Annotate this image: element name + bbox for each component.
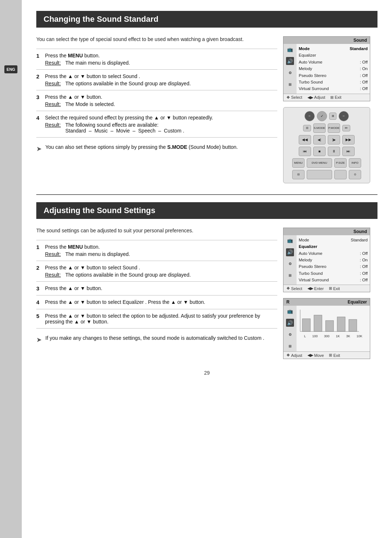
remote-btn-pmode[interactable]: P.MODE <box>328 123 340 133</box>
osd-icons: 📺 🔊 ⚙ ⊞ <box>283 44 297 94</box>
osd-row-label: Turbo Sound <box>299 79 323 85</box>
step-number: 3 <box>36 90 45 111</box>
osd-row: Pseudo Stereo : Off <box>299 263 368 270</box>
main-content: Changing the Sound Standard You can sele… <box>22 0 392 538</box>
step-content: Press the ▲ or ▼ button to select Sound … <box>45 70 277 90</box>
eq-labels: L 100 300 1K 3K 10K <box>299 334 368 338</box>
adjust-label: Adjust <box>314 95 326 99</box>
menu-icon-more: ⊞ <box>286 80 294 88</box>
osd-row: Mode Standard <box>299 237 368 243</box>
exit-label: Exit <box>335 95 341 99</box>
osd-row: Turbo Sound : Off <box>299 270 368 277</box>
remote-btn-rew[interactable]: ◀◀ <box>299 135 311 144</box>
remote-btn-menu[interactable]: MENU <box>292 158 305 168</box>
result-text: The main menu is displayed. <box>65 251 130 257</box>
osd-row-value: : Off <box>360 277 368 283</box>
result-text: The following sound effects are availabl… <box>65 122 184 134</box>
remote-bottom-row: ⊟ ⊙ <box>292 170 361 179</box>
remote-btn-nav-right[interactable]: |▶ <box>328 135 340 144</box>
section2-title: Adjusting the Sound Settings <box>36 202 377 219</box>
remote-btn-pencil[interactable]: ✏ <box>342 125 350 131</box>
eq-header: R Equalizer <box>283 298 370 306</box>
remote-btn-smode[interactable]: S.MODE <box>313 123 326 133</box>
step-number: 2 <box>36 70 45 90</box>
result-label: Result: <box>45 60 62 66</box>
remote-btn-minus[interactable]: − <box>305 111 315 121</box>
section2-right: Sound 📺 🔊 ⚙ ⊞ Mode Standard <box>283 228 377 359</box>
remote-btn-dvdmenu[interactable]: DVD MENU <box>307 158 332 168</box>
table-row: 4 Press the ▲ or ▼ button to select Equa… <box>36 295 277 309</box>
adjust-icon: ❖ <box>286 353 290 358</box>
osd-row: Equalizer <box>299 52 368 58</box>
osd-row-value: : On <box>360 65 368 72</box>
osd-row-label: Mode <box>299 237 309 243</box>
section2: Adjusting the Sound Settings The sound s… <box>36 202 377 359</box>
enter-label: Enter <box>314 286 324 291</box>
remote-btn-bottom3[interactable] <box>334 170 347 179</box>
osd-row-label: Equalizer <box>299 243 317 250</box>
eq-icons: 📺 🔊 ⚙ ⊞ <box>283 306 297 351</box>
sidebar: ENG <box>0 0 22 538</box>
menu-icon-tv: 📺 <box>286 237 294 245</box>
step-content: Press the ▲ or ▼ button. <box>45 281 277 295</box>
step-number: 4 <box>36 111 45 138</box>
menu-icon-sound: 🔊 <box>286 248 294 256</box>
remote-mode-row: ⊟ S.MODE P.MODE ✏ <box>303 123 350 133</box>
exit-icon: ⊞ <box>329 353 332 358</box>
osd-row-label: Auto Volume <box>299 59 322 65</box>
remote-btn-bottom2[interactable] <box>307 170 332 179</box>
remote-btn-small1[interactable]: ⊞ <box>329 113 336 120</box>
remote-btn-psize[interactable]: P.SIZE <box>334 158 347 168</box>
osd-body: 📺 🔊 ⚙ ⊞ Mode Standard Equalizer <box>283 44 370 94</box>
remote-btn-next[interactable]: ⏭ <box>342 147 355 156</box>
result-label: Result: <box>45 101 62 107</box>
remote-btn-check[interactable]: ✓ <box>317 111 327 121</box>
svg-rect-3 <box>337 317 345 331</box>
section-divider <box>36 194 377 195</box>
remote-btn-nav-left[interactable]: ◀| <box>313 135 326 144</box>
remote-btn-stop[interactable]: ■ <box>313 147 326 156</box>
step-content: Select the required sound effect by pres… <box>45 111 277 138</box>
remote-btn-bottom4[interactable]: ⊙ <box>349 170 361 179</box>
table-row: 3 Press the ▲ or ▼ button. Result: The M… <box>36 90 277 111</box>
section1-left: You can select the type of special sound… <box>36 36 277 183</box>
remote-btn-dash[interactable]: − <box>339 111 349 121</box>
remote-btn-prev[interactable]: ⏮ <box>299 147 311 156</box>
eq-chart-svg <box>299 308 360 333</box>
osd-row: Auto Volume : Off <box>299 59 368 65</box>
osd-header: Sound <box>283 37 370 44</box>
eq-icon-tv: 📺 <box>286 307 294 315</box>
step-content: Press the ▲ or ▼ button to select Sound … <box>45 261 277 281</box>
osd-row-value: : Off <box>360 59 368 65</box>
footer-select: ❖ Select <box>286 95 302 100</box>
note-arrow-icon: ➤ <box>36 145 42 153</box>
remote-menu-row: MENU DVD MENU P.SIZE INFO <box>292 158 361 168</box>
step-content: Press the ▲ or ▼ button. Result: The Mod… <box>45 90 277 111</box>
osd-row: Pseudo Stereo : Off <box>299 72 368 79</box>
svg-rect-4 <box>349 319 357 331</box>
osd-row: Mode Standard <box>299 45 368 52</box>
footer-exit: ⊞ Exit <box>329 353 340 358</box>
result-label: Result: <box>45 272 62 278</box>
osd-row-label: Turbo Sound <box>299 270 323 277</box>
select-label: Select <box>291 95 302 99</box>
table-row: 3 Press the ▲ or ▼ button. <box>36 281 277 295</box>
osd-row-label: Pseudo Stereo <box>299 263 326 270</box>
osd-row-value: : Off <box>360 72 368 79</box>
eq-label-10k: 10K <box>356 334 362 338</box>
remote-btn-bottom1[interactable]: ⊟ <box>292 170 305 179</box>
osd-row-value: : Off <box>360 270 368 277</box>
select-icon: ❖ <box>286 95 290 100</box>
step-content: Press the ▲ or ▼ button to select the op… <box>45 309 277 328</box>
remote-btn-box[interactable]: ⊟ <box>303 125 311 131</box>
footer-adjust: ❖ Adjust <box>286 353 302 358</box>
osd-header: Sound <box>283 228 370 235</box>
osd-row: Virtual Surround : Off <box>299 277 368 283</box>
step-content: Press the ▲ or ▼ button to select Equali… <box>45 295 277 309</box>
remote-nav-row: ◀◀ ◀| |▶ ▶▶ <box>299 135 355 144</box>
remote-btn-info[interactable]: INFO <box>349 158 361 168</box>
step-number: 4 <box>36 295 45 309</box>
remote-btn-pause[interactable]: ⏸ <box>328 147 340 156</box>
remote-btn-ff[interactable]: ▶▶ <box>342 135 355 144</box>
osd-row-label: Melody <box>299 65 312 72</box>
